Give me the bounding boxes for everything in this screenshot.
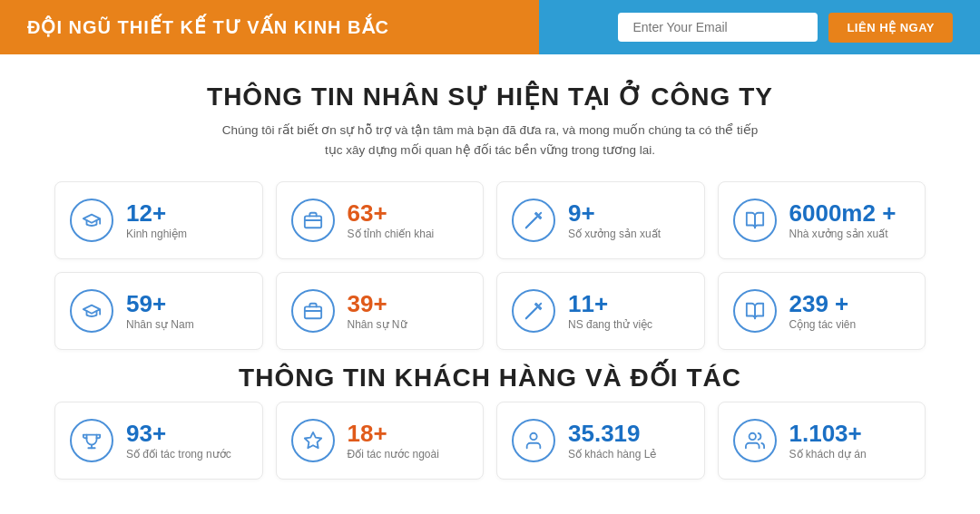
stat-label: Nhân sự Nam <box>126 318 194 331</box>
graduation-icon <box>70 289 113 333</box>
stat-label: Cộng tác viên <box>789 318 857 331</box>
header-right: LIÊN HỆ NGAY <box>618 13 953 43</box>
stats-grid-row1: 12+Kinh nghiệm63+Số tỉnh chiến khai9+Số … <box>54 181 926 259</box>
stat-number: 9+ <box>568 200 661 227</box>
tools-icon <box>512 289 555 333</box>
stat-label: Đối tác nước ngoài <box>348 448 439 461</box>
svg-point-10 <box>749 433 755 440</box>
stat-card: 39+Nhân sự Nữ <box>276 272 485 350</box>
stat-number: 39+ <box>348 291 407 317</box>
group-icon <box>733 419 777 462</box>
section2-title: THÔNG TIN KHÁCH HÀNG VÀ ĐỐI TÁC <box>54 363 926 393</box>
stat-number: 59+ <box>126 291 194 317</box>
stat-card: 6000m2 +Nhà xưởng sản xuất <box>718 181 926 259</box>
stat-card: 9+Số xưởng sản xuất <box>496 181 705 259</box>
graduation-icon <box>70 199 113 242</box>
stat-label: Số khách hàng Lẻ <box>568 448 656 461</box>
stat-label: Nhân sự Nữ <box>348 318 407 331</box>
stat-card: 59+Nhân sự Nam <box>54 272 263 350</box>
svg-marker-8 <box>304 432 320 448</box>
stat-card: 18+Đối tác nước ngoài <box>276 402 485 480</box>
stats-grid-section2: 93+Số đối tác trong nước18+Đối tác nước … <box>54 402 926 480</box>
briefcase-icon <box>291 199 335 242</box>
svg-rect-0 <box>304 217 320 228</box>
stat-card: 93+Số đối tác trong nước <box>54 402 263 480</box>
header: ĐỘI NGŨ THIẾT KẾ TƯ VẤN KINH BẮC LIÊN HỆ… <box>0 0 980 54</box>
main-content: THÔNG TIN NHÂN SỰ HIỆN TẠI Ở CÔNG TY Chú… <box>0 54 980 514</box>
book-icon <box>733 199 777 242</box>
stat-card: 63+Số tỉnh chiến khai <box>276 181 485 259</box>
svg-rect-4 <box>304 307 320 319</box>
stat-number: 93+ <box>126 421 231 447</box>
section2: THÔNG TIN KHÁCH HÀNG VÀ ĐỐI TÁC 93+Số đố… <box>54 363 926 480</box>
tools-icon <box>512 199 555 242</box>
trophy-icon <box>70 419 113 462</box>
stat-card: 1.103+Số khách dự án <box>718 402 926 480</box>
stat-number: 239 + <box>789 291 857 317</box>
stat-number: 63+ <box>348 200 435 227</box>
stat-card: 12+Kinh nghiệm <box>54 181 263 259</box>
stat-number: 6000m2 + <box>789 200 897 227</box>
stat-label: Kinh nghiệm <box>126 228 187 240</box>
briefcase-icon <box>291 289 335 333</box>
stats-grid-row2: 59+Nhân sự Nam39+Nhân sự Nữ11+NS đang th… <box>54 272 926 350</box>
stat-label: Số xưởng sản xuất <box>568 228 661 240</box>
section1-subtitle: Chúng tôi rất biết ơn sự hỗ trợ và tận t… <box>218 121 762 160</box>
stat-label: Số khách dự án <box>789 448 867 461</box>
star-icon <box>291 419 335 462</box>
stat-card: 35.319Số khách hàng Lẻ <box>496 402 705 480</box>
book-icon <box>733 289 777 333</box>
email-input[interactable] <box>618 13 818 42</box>
stat-label: NS đang thử việc <box>568 318 652 331</box>
stat-number: 35.319 <box>568 421 656 447</box>
stat-number: 18+ <box>348 421 439 447</box>
person-icon <box>512 419 555 462</box>
stat-card: 239 +Cộng tác viên <box>718 272 926 350</box>
stat-label: Số đối tác trong nước <box>126 448 231 461</box>
stat-number: 11+ <box>568 291 652 317</box>
stat-label: Nhà xưởng sản xuất <box>789 228 897 240</box>
header-title: ĐỘI NGŨ THIẾT KẾ TƯ VẤN KINH BẮC <box>27 16 444 38</box>
stat-number: 12+ <box>126 200 187 227</box>
svg-point-9 <box>530 433 536 440</box>
stat-card: 11+NS đang thử việc <box>496 272 705 350</box>
stat-number: 1.103+ <box>789 421 867 447</box>
stat-label: Số tỉnh chiến khai <box>348 228 435 240</box>
contact-button[interactable]: LIÊN HỆ NGAY <box>828 13 953 43</box>
section1-title: THÔNG TIN NHÂN SỰ HIỆN TẠI Ở CÔNG TY <box>54 82 926 112</box>
